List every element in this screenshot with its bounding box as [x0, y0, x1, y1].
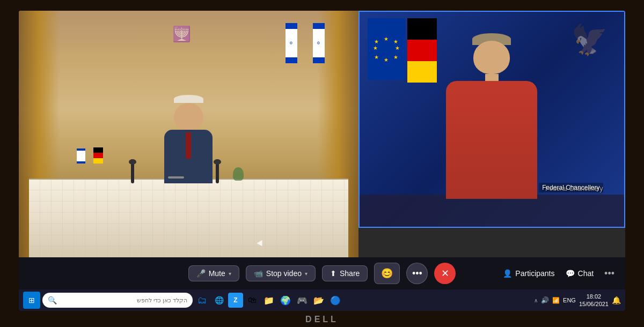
eu-flag: ★ ★ ★ ★ ★ ★ ★ ★ — [368, 18, 405, 80]
video-area: 🕎 ✡ ✡ — [19, 11, 625, 257]
participants-icon: 👤 — [503, 269, 512, 278]
person-right-merkel — [446, 33, 537, 199]
taskbar-ie-icon[interactable]: 🔵 — [328, 293, 343, 308]
more-dots-right-icon: ••• — [604, 268, 614, 279]
system-tray: ∧ 🔊 📶 ENG 18:02 15/06/2021 🔔 — [534, 293, 621, 308]
taskbar-search[interactable]: 🔍 — [42, 293, 193, 308]
notification-icon[interactable]: 🔔 — [612, 296, 621, 304]
share-label: Share — [340, 269, 360, 278]
monitor: 🕎 ✡ ✡ — [0, 0, 644, 327]
mute-label: Mute — [209, 269, 225, 278]
israel-flag-1: ✡ — [286, 23, 297, 63]
chat-button[interactable]: 💬 Chat — [566, 269, 594, 278]
time-date-display[interactable]: 18:02 15/06/2021 — [579, 293, 609, 308]
more-options-button[interactable]: ••• — [406, 263, 428, 284]
video-right-panel: ★ ★ ★ ★ ★ ★ ★ ★ — [358, 11, 625, 228]
tray-arrow-icon[interactable]: ∧ — [534, 298, 538, 303]
reactions-button[interactable]: 😊 — [374, 263, 400, 284]
windows-icon: ⊞ — [28, 296, 35, 304]
share-icon: ⬆ — [330, 269, 336, 278]
german-eagle-emblem: 🦅 — [568, 18, 611, 61]
video-caret: ▾ — [305, 271, 308, 277]
more-dots-icon: ••• — [412, 268, 422, 279]
mute-button[interactable]: 🎤 Mute ▾ — [188, 265, 239, 281]
chat-icon: 💬 — [566, 269, 575, 278]
menorah-emblem: 🕎 — [169, 23, 195, 44]
taskbar-chrome-icon[interactable]: 🌍 — [278, 293, 293, 308]
german-flag-small — [93, 147, 103, 164]
microphone-icon: 🎤 — [196, 269, 206, 278]
israel-flag-desk — [77, 148, 85, 164]
federal-chancellery-label: Federal Chancellery — [539, 183, 603, 192]
emoji-icon: 😊 — [381, 267, 393, 279]
screen: 🕎 ✡ ✡ — [19, 11, 625, 311]
time-display: 18:02 — [579, 293, 609, 300]
participants-label: Participants — [515, 269, 554, 278]
mute-caret: ▾ — [229, 271, 231, 277]
taskbar-explorer-icon[interactable]: 🗂 — [195, 293, 210, 308]
zoom-right-controls: 👤 Participants 💬 Chat ••• — [503, 268, 614, 279]
table-item — [168, 176, 184, 179]
taskbar-files-icon[interactable]: 📂 — [311, 293, 326, 308]
end-call-icon: ✕ — [441, 267, 449, 279]
zoom-controls-bar: 🎤 Mute ▾ 📹 Stop video ▾ ⬆ Share 😊 — [19, 257, 625, 289]
video-icon: 📹 — [254, 269, 263, 278]
taskbar-store-icon[interactable]: 🛍 — [245, 293, 260, 308]
stop-video-button[interactable]: 📹 Stop video ▾ — [246, 265, 316, 281]
taskbar-folder-icon[interactable]: 📁 — [261, 293, 276, 308]
more-options-right-button[interactable]: ••• — [604, 268, 614, 279]
chat-label: Chat — [578, 269, 594, 278]
taskbar-edge-icon[interactable]: 🌐 — [211, 293, 226, 308]
share-button[interactable]: ⬆ Share — [322, 265, 368, 281]
stop-video-label: Stop video — [266, 269, 302, 278]
taskbar-game-icon[interactable]: 🎮 — [295, 293, 310, 308]
plant-decoration — [233, 167, 244, 181]
language-indicator[interactable]: ENG — [563, 297, 576, 303]
taskbar-icons: 🗂 🌐 Z 🛍 📁 🌍 🎮 📂 🔵 — [195, 293, 532, 308]
dell-logo: DELL — [305, 315, 339, 324]
date-display: 15/06/2021 — [579, 300, 609, 308]
end-call-button[interactable]: ✕ — [434, 263, 456, 284]
person-left — [164, 95, 213, 183]
video-left-panel: 🕎 ✡ ✡ — [19, 11, 358, 257]
israel-flag-2: ✡ — [313, 23, 325, 63]
search-icon: 🔍 — [48, 296, 57, 304]
taskbar: ⊞ 🔍 🗂 🌐 Z 🛍 📁 🌍 🎮 📂 🔵 — [19, 289, 625, 311]
taskbar-zoom-icon[interactable]: Z — [228, 293, 243, 308]
windows-start-button[interactable]: ⊞ — [23, 292, 40, 309]
german-flag-large — [407, 18, 437, 83]
microphone-stand-1 — [131, 159, 134, 183]
participants-button[interactable]: 👤 Participants — [503, 269, 554, 278]
network-icon[interactable]: 📶 — [552, 297, 560, 304]
table — [29, 179, 348, 257]
search-input[interactable] — [60, 297, 187, 303]
speaker-icon[interactable]: 🔊 — [541, 296, 549, 304]
microphone-stand-2 — [216, 159, 219, 183]
